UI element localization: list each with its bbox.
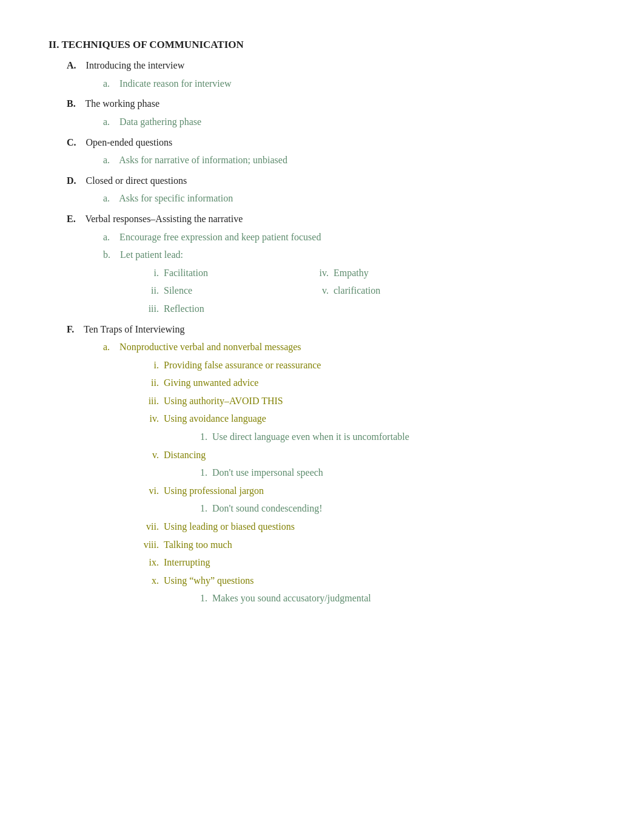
section-F: F. Ten Traps of Interviewing xyxy=(67,322,595,337)
section-B: B. The working phase xyxy=(67,96,595,112)
fi-ix-text: Interrupting xyxy=(164,555,210,570)
section-A-a: a. Indicate reason for interview xyxy=(103,76,595,92)
section-A: A. Introducing the interview xyxy=(67,58,595,73)
roman-v-text: clarification xyxy=(334,283,380,299)
section-E: E. Verbal responses–Assisting the narrat… xyxy=(67,211,595,227)
section-B-a: a. Data gathering phase xyxy=(103,114,595,130)
fi-i-label: i. xyxy=(139,357,164,373)
roman-i-label: i. xyxy=(139,265,164,281)
section-A-text: Introducing the interview xyxy=(86,60,185,70)
fi-iv-1-label: 1. xyxy=(194,429,212,445)
section-F-text: Ten Traps of Interviewing xyxy=(84,324,184,334)
section-F-a: a. Nonproductive verbal and nonverbal me… xyxy=(103,339,595,355)
fi-ii: ii. Giving unwanted advice xyxy=(139,375,595,391)
fi-v-text: Distancing xyxy=(164,447,206,463)
fi-ix: ix. Interrupting xyxy=(139,555,595,570)
section-C: C. Open-ended questions xyxy=(67,135,595,150)
fi-vi-1-text: Don't sound condescending! xyxy=(212,501,323,516)
section-B-label: B. xyxy=(67,98,76,109)
roman-iv-item: iv. Empathy xyxy=(309,265,479,281)
fi-iv-1: 1. Use direct language even when it is u… xyxy=(194,429,595,445)
section-E-a-label: a. xyxy=(103,232,110,242)
fi-ix-label: ix. xyxy=(139,555,164,570)
fi-v-1: 1. Don't use impersonal speech xyxy=(194,465,595,481)
fi-vi-text: Using professional jargon xyxy=(164,483,264,499)
roman-iv-text: Empathy xyxy=(334,265,369,281)
roman-v-label: v. xyxy=(309,283,334,299)
fi-vii-text: Using leading or biased questions xyxy=(164,519,295,535)
section-D-a-label: a. xyxy=(103,193,110,203)
fi-v-label: v. xyxy=(139,447,164,463)
section-D-a: a. Asks for specific information xyxy=(103,191,595,206)
main-content: II. TECHNIQUES OF COMMUNICATION A. Intro… xyxy=(49,36,595,606)
fi-iii-label: iii. xyxy=(139,393,164,409)
roman-col-left: i. Facilitation ii. Silence iii. Reflect… xyxy=(139,265,309,319)
section-E-a-text: Encourage free expression and keep patie… xyxy=(119,232,321,242)
fi-x-text: Using “why” questions xyxy=(164,573,253,589)
section-D-a-text: Asks for specific information xyxy=(119,193,233,203)
fi-vi-label: vi. xyxy=(139,483,164,499)
roman-ii-text: Silence xyxy=(164,283,192,299)
section-B-a-label: a. xyxy=(103,117,110,127)
fi-x-label: x. xyxy=(139,573,164,589)
section-C-text: Open-ended questions xyxy=(86,137,173,147)
roman-iii-text: Reflection xyxy=(164,301,204,317)
section-B-text: The working phase xyxy=(85,98,159,109)
fi-x: x. Using “why” questions xyxy=(139,573,595,589)
section-A-a-text: Indicate reason for interview xyxy=(119,78,231,89)
section-E-b: b. Let patient lead: xyxy=(103,247,595,263)
fi-v: v. Distancing xyxy=(139,447,595,463)
section-E-text: Verbal responses–Assisting the narrative xyxy=(85,214,243,224)
fi-iv-text: Using avoidance language xyxy=(164,411,266,427)
section-F-a-label: a. xyxy=(103,342,110,352)
fi-iv: iv. Using avoidance language xyxy=(139,411,595,427)
section-C-a-label: a. xyxy=(103,155,110,165)
section-F-label: F. xyxy=(67,324,74,334)
roman-ii-item: ii. Silence xyxy=(139,283,309,299)
fi-ii-label: ii. xyxy=(139,375,164,391)
section-E-a: a. Encourage free expression and keep pa… xyxy=(103,229,595,245)
section-F-a-text: Nonproductive verbal and nonverbal messa… xyxy=(119,342,301,352)
roman-i-item: i. Facilitation xyxy=(139,265,309,281)
fi-vi: vi. Using professional jargon xyxy=(139,483,595,499)
fi-iii: iii. Using authority–AVOID THIS xyxy=(139,393,595,409)
section-D-text: Closed or direct questions xyxy=(86,175,187,186)
section-B-a-text: Data gathering phase xyxy=(119,117,201,127)
fi-iv-label: iv. xyxy=(139,411,164,427)
roman-iv-label: iv. xyxy=(309,265,334,281)
fi-vii-label: vii. xyxy=(139,519,164,535)
roman-columns-E: i. Facilitation ii. Silence iii. Reflect… xyxy=(139,265,595,319)
section-E-b-label: b. xyxy=(103,249,110,260)
fi-x-1-label: 1. xyxy=(194,590,212,606)
roman-v-item: v. clarification xyxy=(309,283,479,299)
fi-i-text: Providing false assurance or reassurance xyxy=(164,357,321,373)
fi-iii-text: Using authority–AVOID THIS xyxy=(164,393,283,409)
fi-v-1-text: Don't use impersonal speech xyxy=(212,465,323,481)
fi-vi-1-label: 1. xyxy=(194,501,212,516)
fi-i: i. Providing false assurance or reassura… xyxy=(139,357,595,373)
section-D-label: D. xyxy=(67,175,76,186)
section-C-a-text: Asks for narrative of information; unbia… xyxy=(119,155,287,165)
section-E-label: E. xyxy=(67,214,76,224)
fi-iv-1-text: Use direct language even when it is unco… xyxy=(212,429,409,445)
fi-ii-text: Giving unwanted advice xyxy=(164,375,258,391)
fi-vi-1: 1. Don't sound condescending! xyxy=(194,501,595,516)
fi-viii: viii. Talking too much xyxy=(139,537,595,553)
roman-ii-label: ii. xyxy=(139,283,164,299)
section-E-b-text: Let patient lead: xyxy=(120,249,183,260)
roman-iii-item: iii. Reflection xyxy=(139,301,309,317)
fi-vii: vii. Using leading or biased questions xyxy=(139,519,595,535)
section-D: D. Closed or direct questions xyxy=(67,173,595,189)
section-C-a: a. Asks for narrative of information; un… xyxy=(103,152,595,168)
fi-x-1: 1. Makes you sound accusatory/judgmental xyxy=(194,590,595,606)
fi-v-1-label: 1. xyxy=(194,465,212,481)
section-A-label: A. xyxy=(67,60,76,70)
section-A-a-label: a. xyxy=(103,78,110,89)
fi-viii-label: viii. xyxy=(139,537,164,553)
roman-col-right: iv. Empathy v. clarification xyxy=(309,265,479,319)
section-title: II. TECHNIQUES OF COMMUNICATION xyxy=(49,36,595,53)
section-C-label: C. xyxy=(67,137,76,147)
fi-viii-text: Talking too much xyxy=(164,537,232,553)
roman-i-text: Facilitation xyxy=(164,265,208,281)
roman-iii-label: iii. xyxy=(139,301,164,317)
